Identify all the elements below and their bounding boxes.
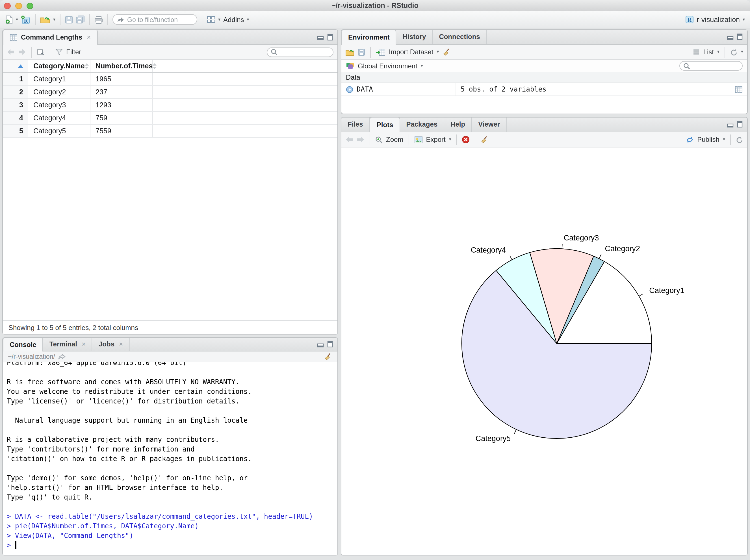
console-prompt-line[interactable]: > (7, 541, 337, 551)
export-dropdown-icon[interactable]: ▾ (449, 137, 451, 142)
minimize-button[interactable] (15, 3, 22, 9)
column-header-number-of-times[interactable]: Number.of.Times (91, 60, 153, 72)
row-number-header[interactable] (3, 60, 28, 72)
tab-help[interactable]: Help (444, 118, 472, 132)
number-of-times-cell[interactable]: 1965 (91, 73, 153, 85)
table-row[interactable]: 1Category11965 (3, 73, 337, 86)
publish-button[interactable]: Publish (697, 136, 719, 143)
export-button[interactable]: Export (426, 136, 446, 143)
list-view-icon[interactable] (693, 49, 700, 55)
number-of-times-cell[interactable]: 1293 (91, 99, 153, 111)
panes-layout-icon[interactable] (207, 16, 215, 23)
close-icon[interactable]: × (87, 30, 91, 44)
maximize-pane-icon[interactable] (737, 121, 743, 128)
zoom-button[interactable]: Zoom (386, 136, 403, 143)
clear-environment-icon[interactable] (442, 48, 451, 56)
table-search-box[interactable] (267, 47, 333, 57)
close-button[interactable] (4, 3, 11, 9)
view-data-icon[interactable] (735, 86, 743, 93)
forward-icon[interactable] (18, 48, 26, 55)
tab-packages[interactable]: Packages (400, 118, 444, 132)
open-recent-dropdown-icon[interactable]: ▾ (53, 17, 55, 22)
number-of-times-cell[interactable]: 7559 (91, 125, 153, 137)
category-name-cell[interactable]: Category4 (28, 112, 91, 124)
addins-dropdown-icon[interactable]: ▾ (247, 17, 249, 22)
addins-button[interactable]: Addins (223, 16, 244, 23)
maximize-pane-icon[interactable] (327, 34, 333, 40)
tab-viewer[interactable]: Viewer (472, 118, 507, 132)
table-search-input[interactable] (280, 48, 327, 55)
category-name-cell[interactable]: Category1 (28, 73, 91, 85)
clear-console-icon[interactable] (324, 352, 332, 361)
save-workspace-icon[interactable] (358, 48, 365, 56)
table-row[interactable]: 3Category31293 (3, 99, 337, 112)
save-all-icon[interactable] (76, 15, 85, 24)
table-row[interactable]: 4Category4759 (3, 112, 337, 125)
back-icon[interactable] (7, 48, 15, 55)
environment-entry-row[interactable]: DATA 5 obs. of 2 variables (341, 83, 747, 96)
import-dataset-icon[interactable] (376, 48, 386, 56)
goto-file-field[interactable] (127, 16, 184, 23)
tab-environment[interactable]: Environment (341, 29, 396, 45)
export-plot-icon[interactable] (414, 136, 422, 143)
scope-dropdown-icon[interactable]: ▾ (421, 64, 423, 68)
list-view-button[interactable]: List (703, 48, 714, 56)
clear-plots-icon[interactable] (481, 135, 489, 144)
refresh-dropdown-icon[interactable]: ▾ (741, 50, 743, 54)
new-project-icon[interactable]: R (21, 15, 31, 24)
category-name-cell[interactable]: Category3 (28, 99, 91, 111)
minimize-pane-icon[interactable] (317, 341, 324, 347)
number-of-times-cell[interactable]: 759 (91, 112, 153, 124)
tab-jobs[interactable]: Jobs× (93, 338, 130, 351)
category-name-cell[interactable]: Category2 (28, 86, 91, 98)
close-icon[interactable]: × (82, 338, 86, 351)
panes-dropdown-icon[interactable]: ▾ (218, 17, 220, 22)
project-menu-button[interactable]: R r-visualization ▾ (685, 15, 745, 24)
publish-dropdown-icon[interactable]: ▾ (723, 137, 725, 142)
previous-plot-icon[interactable] (345, 136, 353, 143)
console-output[interactable]: Platform: x86_64-apple-darwin15.6.0 (64-… (3, 362, 337, 555)
tab-terminal[interactable]: Terminal× (43, 338, 93, 351)
new-file-dropdown-icon[interactable]: ▾ (16, 17, 18, 22)
fullscreen-button[interactable] (26, 3, 33, 9)
publish-icon[interactable] (685, 136, 694, 143)
environment-search-input[interactable] (692, 62, 740, 69)
tab-connections[interactable]: Connections (433, 30, 487, 44)
working-directory[interactable]: ~/r-visualization/ (8, 353, 55, 360)
refresh-icon[interactable] (730, 48, 737, 56)
load-workspace-icon[interactable] (345, 48, 354, 56)
open-file-icon[interactable] (40, 16, 50, 23)
refresh-plot-icon[interactable] (736, 136, 743, 143)
expand-object-icon[interactable] (346, 86, 353, 93)
filter-icon[interactable] (55, 48, 63, 55)
close-icon[interactable]: × (119, 338, 123, 351)
scope-selector[interactable]: Global Environment (358, 62, 417, 70)
goto-directory-icon[interactable] (59, 354, 66, 359)
remove-plot-icon[interactable] (462, 136, 470, 143)
goto-file-input[interactable] (113, 14, 197, 25)
maximize-pane-icon[interactable] (327, 341, 333, 347)
category-name-cell[interactable]: Category5 (28, 125, 91, 137)
tab-plots[interactable]: Plots (370, 117, 400, 132)
print-icon[interactable] (94, 16, 103, 23)
tab-console[interactable]: Console (3, 337, 43, 352)
environment-search-box[interactable] (679, 61, 743, 71)
minimize-pane-icon[interactable] (317, 34, 324, 40)
table-row[interactable]: 5Category57559 (3, 125, 337, 138)
open-in-new-window-icon[interactable] (37, 48, 45, 56)
new-file-icon[interactable] (5, 15, 13, 24)
import-dataset-dropdown-icon[interactable]: ▾ (437, 50, 439, 54)
maximize-pane-icon[interactable] (737, 33, 743, 40)
minimize-pane-icon[interactable] (727, 33, 734, 40)
list-view-dropdown-icon[interactable]: ▾ (717, 50, 719, 54)
number-of-times-cell[interactable]: 237 (91, 86, 153, 98)
tab-history[interactable]: History (396, 30, 433, 44)
next-plot-icon[interactable] (357, 136, 364, 143)
tab-files[interactable]: Files (341, 118, 370, 132)
import-dataset-button[interactable]: Import Dataset (389, 48, 433, 56)
minimize-pane-icon[interactable] (727, 121, 734, 128)
filter-button[interactable]: Filter (66, 48, 81, 56)
column-header-category-name[interactable]: Category.Name (28, 60, 91, 72)
zoom-plot-icon[interactable] (375, 136, 383, 143)
save-icon[interactable] (65, 16, 73, 23)
